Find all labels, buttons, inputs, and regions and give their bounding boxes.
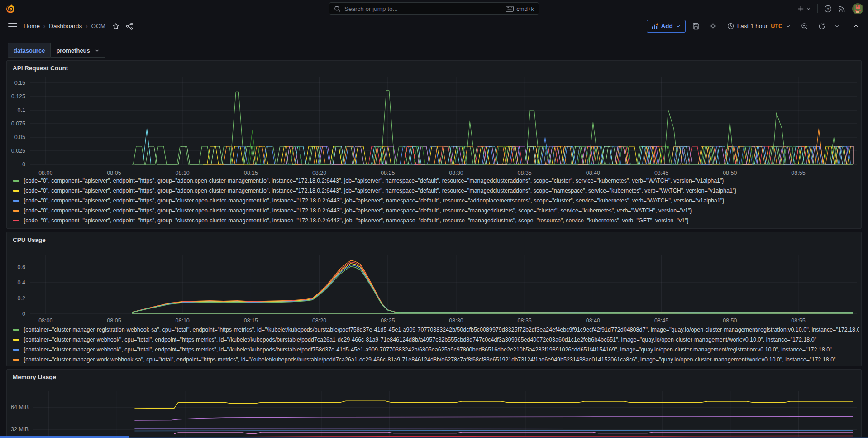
legend-series-color	[13, 359, 19, 361]
menu-toggle-button[interactable]	[8, 23, 17, 29]
svg-text:08:15: 08:15	[244, 318, 258, 324]
legend-item[interactable]: {code="0", component="apiserver", endpoi…	[13, 196, 859, 205]
legend-series-label: {code="0", component="apiserver", endpoi…	[24, 217, 689, 224]
toolbar-divider	[845, 22, 845, 31]
user-avatar[interactable]	[852, 3, 863, 14]
legend-series-color	[13, 329, 19, 331]
favorite-star-button[interactable]	[109, 20, 123, 33]
breadcrumb-separator-icon: ›	[43, 23, 45, 29]
breadcrumb-separator-icon: ›	[86, 23, 87, 29]
legend-item[interactable]: {code="0", component="apiserver", endpoi…	[13, 186, 859, 195]
panel-api-request-count: API Request Count 00.0250.050.0750.10.12…	[6, 60, 862, 229]
add-panel-icon	[652, 23, 658, 29]
variable-label: datasource	[8, 43, 50, 58]
svg-text:08:40: 08:40	[586, 318, 600, 324]
timezone-label: UTC	[771, 23, 782, 29]
legend-series-color	[13, 190, 19, 192]
svg-text:0.025: 0.025	[11, 148, 25, 154]
svg-text:0: 0	[22, 161, 25, 168]
svg-text:08:50: 08:50	[723, 170, 737, 176]
legend-item[interactable]: {code="0", component="apiserver", endpoi…	[13, 216, 859, 225]
svg-text:08:20: 08:20	[312, 170, 326, 176]
panel-cpu-usage: CPU Usage 00.20.40.608:0008:0508:1008:15…	[6, 232, 862, 366]
time-range-label: Last 1 hour	[737, 23, 768, 29]
search-shortcut: cmd+k	[506, 5, 534, 12]
svg-text:0.075: 0.075	[11, 120, 25, 127]
zoom-out-button[interactable]	[798, 20, 811, 33]
dashboard-variables: datasource prometheus	[8, 43, 105, 58]
legend-series-label: {container="cluster-manager-registration…	[24, 327, 859, 333]
svg-text:64 MiB: 64 MiB	[11, 404, 29, 410]
svg-text:08:50: 08:50	[723, 318, 737, 324]
dashboard-settings-button[interactable]	[706, 20, 720, 33]
legend-series-color	[13, 180, 19, 182]
svg-text:08:10: 08:10	[176, 318, 190, 324]
chevron-down-icon	[676, 24, 681, 29]
svg-text:0.6: 0.6	[18, 264, 25, 270]
chevron-down-icon	[835, 24, 839, 29]
save-dashboard-button[interactable]	[689, 20, 703, 33]
help-button[interactable]: ?	[824, 5, 832, 13]
refresh-button[interactable]	[815, 20, 829, 33]
keyboard-icon	[506, 6, 514, 12]
shortcut-label: cmd+k	[516, 5, 534, 12]
chevron-down-icon	[786, 24, 791, 29]
panel-memory-usage: Memory Usage 64 MiB32 MiB	[6, 369, 862, 438]
chevron-down-icon	[95, 48, 100, 53]
chevron-down-icon	[806, 6, 811, 11]
topbar-actions: ?	[797, 0, 863, 17]
legend-series-label: {code="0", component="apiserver", endpoi…	[24, 207, 692, 214]
svg-text:08:55: 08:55	[791, 318, 805, 324]
refresh-interval-dropdown[interactable]	[832, 20, 841, 33]
svg-text:08:05: 08:05	[107, 318, 121, 324]
grafana-logo[interactable]	[5, 3, 16, 14]
svg-text:0.4: 0.4	[18, 279, 25, 286]
legend-item[interactable]: {code="0", component="apiserver", endpoi…	[13, 206, 859, 215]
share-button[interactable]	[123, 20, 136, 33]
svg-text:08:25: 08:25	[381, 318, 395, 324]
svg-text:08:00: 08:00	[38, 318, 52, 324]
legend-item[interactable]: {container="cluster-manager-work-webhook…	[13, 355, 859, 364]
breadcrumb-home[interactable]: Home	[24, 23, 40, 29]
legend-series-color	[13, 220, 19, 221]
top-app-bar: Search or jump to... cmd+k ?	[0, 0, 868, 17]
svg-text:?: ?	[827, 6, 829, 11]
legend-series-color	[13, 349, 19, 351]
legend-series-label: {code="0", component="apiserver", endpoi…	[24, 197, 724, 204]
svg-text:0: 0	[22, 311, 25, 317]
add-button-label: Add	[661, 23, 673, 29]
bottom-blue-strip	[0, 436, 129, 438]
svg-text:08:35: 08:35	[518, 170, 532, 176]
legend-series-label: {container="cluster-manager-work-webhook…	[24, 356, 836, 363]
breadcrumb-dashboards[interactable]: Dashboards	[49, 23, 82, 29]
memory-usage-chart: 64 MiB32 MiB	[7, 370, 861, 438]
topbar-divider	[817, 4, 818, 13]
news-rss-button[interactable]	[838, 5, 846, 13]
datasource-value: prometheus	[56, 47, 90, 54]
svg-text:08:40: 08:40	[586, 170, 600, 176]
breadcrumb-current: OCM	[91, 23, 106, 29]
datasource-picker[interactable]: prometheus	[50, 43, 105, 58]
svg-text:08:30: 08:30	[449, 318, 463, 324]
time-range-picker[interactable]: Last 1 hour UTC	[724, 20, 794, 33]
svg-text:08:55: 08:55	[791, 170, 805, 176]
legend-series-color	[13, 200, 19, 202]
svg-text:08:30: 08:30	[449, 170, 463, 176]
legend-item[interactable]: {container="cluster-manager-webhook", cp…	[13, 335, 859, 344]
new-menu-button[interactable]	[797, 5, 811, 12]
svg-text:08:35: 08:35	[518, 318, 532, 324]
legend-item[interactable]: {code="0", component="apiserver", endpoi…	[13, 176, 859, 185]
search-icon	[334, 5, 341, 12]
legend-item[interactable]: {container="cluster-manager-webhook", cp…	[13, 345, 859, 354]
legend-item[interactable]: {container="cluster-manager-registration…	[13, 325, 859, 334]
add-button[interactable]: Add	[647, 20, 686, 33]
collapse-topbar-button[interactable]	[849, 20, 863, 33]
legend-series-color	[13, 210, 19, 212]
svg-text:0.15: 0.15	[14, 80, 25, 86]
legend-series-label: {container="cluster-manager-webhook", cp…	[24, 347, 832, 353]
search-input[interactable]: Search or jump to... cmd+k	[329, 2, 539, 15]
search-placeholder: Search or jump to...	[344, 5, 506, 12]
svg-text:08:10: 08:10	[176, 170, 190, 176]
svg-text:0.05: 0.05	[14, 134, 25, 140]
svg-text:08:25: 08:25	[381, 170, 395, 176]
